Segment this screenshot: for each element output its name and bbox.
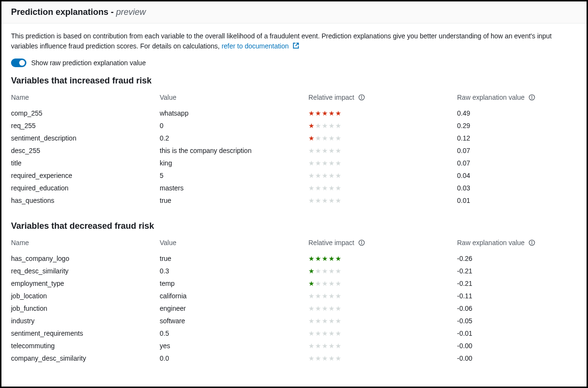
table-row: has_company_logotrue★★★★★-0.26 (11, 252, 577, 265)
col-header-value: Value (160, 91, 308, 107)
col-header-impact-text: Relative impact (308, 94, 354, 101)
cell-name: has_company_logo (11, 252, 160, 265)
star-rating: ★★★★★ (308, 329, 342, 337)
cell-impact: ★★★★★ (308, 252, 457, 265)
star-icon: ★ (329, 329, 335, 337)
col-header-name: Name (11, 91, 160, 107)
table-row: required_educationmasters★★★★★0.03 (11, 182, 577, 194)
star-icon: ★ (329, 147, 335, 154)
documentation-link[interactable]: refer to documentation (222, 42, 299, 50)
cell-impact: ★★★★★ (308, 144, 457, 157)
star-rating: ★★★★★ (308, 184, 342, 192)
star-icon: ★ (308, 329, 315, 337)
star-icon: ★ (335, 122, 342, 129)
star-rating: ★★★★★ (308, 342, 342, 350)
star-icon: ★ (335, 329, 342, 337)
star-icon: ★ (315, 317, 322, 325)
prediction-explanations-panel: Prediction explanations - preview This p… (1, 1, 587, 376)
star-icon: ★ (315, 159, 322, 167)
cell-raw: 0.01 (457, 194, 577, 207)
cell-raw: -0.05 (457, 315, 577, 327)
star-icon: ★ (329, 354, 335, 362)
show-raw-value-toggle[interactable] (11, 59, 26, 67)
svg-point-7 (531, 241, 532, 242)
star-rating: ★★★★★ (308, 267, 342, 275)
star-icon: ★ (329, 305, 335, 312)
cell-impact: ★★★★★ (308, 352, 457, 364)
cell-raw: -0.26 (457, 252, 577, 265)
star-icon: ★ (329, 122, 335, 129)
star-icon: ★ (308, 134, 315, 142)
cell-value: 0.3 (160, 265, 308, 277)
cell-name: job_location (11, 290, 160, 302)
star-rating: ★★★★★ (308, 255, 342, 262)
star-icon: ★ (335, 159, 342, 167)
star-rating: ★★★★★ (308, 172, 342, 179)
cell-raw: 0.49 (457, 107, 577, 119)
star-icon: ★ (329, 280, 335, 287)
star-icon: ★ (335, 134, 342, 142)
star-icon: ★ (308, 354, 315, 362)
cell-value: masters (160, 182, 308, 194)
star-icon: ★ (322, 255, 329, 262)
star-rating: ★★★★★ (308, 197, 342, 204)
star-rating: ★★★★★ (308, 354, 342, 362)
cell-impact: ★★★★★ (308, 182, 457, 194)
cell-raw: -0.00 (457, 352, 577, 364)
col-header-raw: Raw explanation value (457, 236, 577, 252)
cell-raw: -0.00 (457, 340, 577, 352)
info-icon[interactable] (529, 94, 535, 101)
cell-impact: ★★★★★ (308, 290, 457, 302)
star-icon: ★ (315, 292, 322, 300)
star-icon: ★ (322, 292, 329, 300)
col-header-value: Value (160, 236, 308, 252)
star-icon: ★ (322, 280, 329, 287)
cell-value: king (160, 157, 308, 169)
star-icon: ★ (329, 159, 335, 167)
table-row: has_questionstrue★★★★★0.01 (11, 194, 577, 207)
info-icon[interactable] (358, 239, 365, 246)
table-row: desc_255this is the company description★… (11, 144, 577, 157)
info-icon[interactable] (529, 239, 535, 246)
col-header-raw-text: Raw explanation value (457, 94, 525, 101)
cell-value: whatsapp (160, 107, 308, 119)
star-icon: ★ (329, 109, 335, 117)
cell-impact: ★★★★★ (308, 132, 457, 144)
star-icon: ★ (315, 305, 322, 312)
cell-raw: 0.04 (457, 169, 577, 182)
star-icon: ★ (315, 197, 322, 204)
star-icon: ★ (329, 184, 335, 192)
table-row: sentiment_requirements0.5★★★★★-0.01 (11, 327, 577, 340)
col-header-raw: Raw explanation value (457, 91, 577, 107)
star-icon: ★ (308, 184, 315, 192)
star-icon: ★ (315, 109, 322, 117)
star-icon: ★ (315, 280, 322, 287)
star-rating: ★★★★★ (308, 134, 342, 142)
cell-name: job_function (11, 302, 160, 315)
documentation-link-text: refer to documentation (222, 42, 289, 50)
cell-impact: ★★★★★ (308, 194, 457, 207)
star-icon: ★ (308, 317, 315, 325)
cell-impact: ★★★★★ (308, 315, 457, 327)
col-header-impact: Relative impact (308, 236, 457, 252)
col-header-raw-text: Raw explanation value (457, 239, 525, 247)
star-icon: ★ (322, 147, 329, 154)
decreased-table: Name Value Relative impact Raw explanati… (11, 236, 577, 364)
star-icon: ★ (329, 255, 335, 262)
cell-raw: -0.21 (457, 265, 577, 277)
table-row: company_desc_similarity0.0★★★★★-0.00 (11, 352, 577, 364)
star-icon: ★ (315, 255, 322, 262)
info-icon[interactable] (358, 94, 365, 101)
star-icon: ★ (335, 305, 342, 312)
cell-name: required_experience (11, 169, 160, 182)
cell-name: req_desc_similarity (11, 265, 160, 277)
star-icon: ★ (315, 134, 322, 142)
cell-name: employment_type (11, 277, 160, 290)
cell-value: 0.5 (160, 327, 308, 340)
star-icon: ★ (322, 317, 329, 325)
cell-raw: -0.11 (457, 290, 577, 302)
cell-impact: ★★★★★ (308, 277, 457, 290)
cell-raw: 0.07 (457, 157, 577, 169)
star-icon: ★ (308, 147, 315, 154)
cell-impact: ★★★★★ (308, 107, 457, 119)
